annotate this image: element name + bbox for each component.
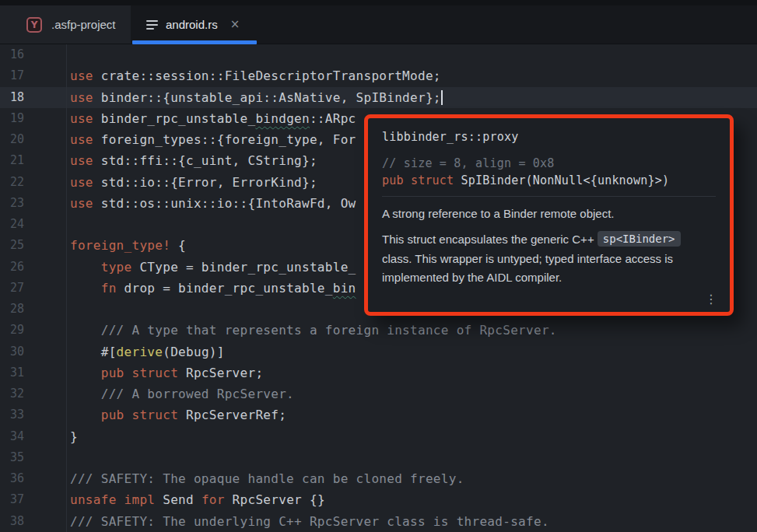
popup-description-2: This struct encapsulates the generic C++… [382, 230, 716, 288]
code-token: CType = binder_rpc_unstable_ [131, 260, 356, 275]
code-token: RpcServerRef; [178, 408, 286, 422]
code-line-33[interactable]: 33 pub struct RpcServerRef; [0, 404, 757, 425]
line-number: 17 [0, 65, 67, 86]
code-token: foreign_types::{foreign_type, For [93, 132, 356, 147]
vertical-ellipsis-icon: ⋮ [705, 292, 717, 306]
file-tab-label: android.rs [166, 18, 218, 31]
code-text: use binder::{unstable_api::AsNative, SpI… [67, 87, 757, 108]
code-token: RpcServer; [178, 366, 263, 380]
code-line-35[interactable]: 35 [0, 447, 757, 468]
code-token: /// A borrowed RpcServer. [70, 387, 294, 401]
popup-module-path: libbinder_rs::proxy [382, 128, 716, 145]
code-token: use [70, 132, 93, 147]
code-text: pub struct RpcServer; [67, 362, 757, 383]
code-line-29[interactable]: 29 /// A type that represents a foreign … [0, 320, 757, 341]
code-text: pub struct RpcServerRef; [67, 404, 757, 425]
hover-doc-content: libbinder_rs::proxy // size = 8, align =… [368, 118, 730, 312]
code-token: use [70, 68, 93, 83]
code-token: use [70, 175, 93, 190]
popup-signature-block: // size = 8, align = 0x8 pub struct SpIB… [382, 155, 716, 189]
editor-window: Y .asfp-project android.rs × 1617use cra… [0, 0, 757, 532]
code-token: Send [155, 492, 202, 507]
code-text: #[derive(Debug)] [67, 341, 757, 362]
project-logo-icon: Y [26, 17, 42, 33]
line-number: 37 [0, 489, 67, 510]
line-number: 24 [0, 214, 67, 235]
code-token: std::ffi::{c_uint, CString}; [93, 153, 317, 168]
line-number: 38 [0, 511, 67, 532]
tab-close-button[interactable]: × [230, 19, 240, 30]
code-token: /// SAFETY: The underlying C++ RpcServer… [70, 514, 549, 529]
code-token: binder::{unstable_api::AsNative, SpIBind… [93, 90, 441, 105]
code-token: } [70, 429, 78, 444]
line-number: 20 [0, 129, 67, 150]
signature-token: SpIBinder(NonNull<{unknown}>) [454, 173, 669, 187]
line-number: 29 [0, 320, 67, 341]
code-token: bin [333, 281, 356, 296]
line-number: 21 [0, 150, 67, 171]
popup-divider [382, 196, 716, 197]
code-line-37[interactable]: 37unsafe impl Send for RpcServer {} [0, 489, 757, 510]
code-token: use [70, 111, 93, 126]
code-token [70, 281, 101, 296]
code-line-38[interactable]: 38/// SAFETY: The underlying C++ RpcServ… [0, 511, 757, 532]
code-text: /// A type that represents a foreign ins… [67, 320, 757, 341]
project-tab[interactable]: Y .asfp-project [0, 5, 131, 44]
code-token: #[ [70, 345, 117, 359]
code-token: /// SAFETY: The opaque handle can be clo… [70, 471, 464, 486]
code-text [67, 447, 757, 468]
code-token: foreign_type! [70, 238, 170, 253]
signature-token: pub struct [382, 173, 454, 187]
line-number: 33 [0, 404, 67, 425]
code-token: unsafe impl [70, 492, 155, 507]
code-text: /// A borrowed RpcServer. [67, 383, 757, 404]
code-token: type [101, 260, 132, 275]
line-number: 18 [0, 87, 67, 108]
project-tab-label: .asfp-project [51, 18, 116, 31]
line-number: 35 [0, 447, 67, 468]
code-line-36[interactable]: 36/// SAFETY: The opaque handle can be c… [0, 468, 757, 489]
code-token: crate::session::FileDescriptorTransportM… [93, 68, 441, 83]
code-token: pub struct [101, 408, 178, 422]
line-number: 19 [0, 108, 67, 129]
line-number: 26 [0, 257, 67, 278]
code-token [70, 408, 101, 422]
code-token: fn [101, 281, 117, 296]
code-token: binder_rpc_unstable_ [93, 111, 256, 126]
inline-code-chip: sp<IBinder> [598, 231, 681, 247]
line-number: 22 [0, 172, 67, 193]
code-line-34[interactable]: 34} [0, 426, 757, 447]
code-line-16[interactable]: 16 [0, 44, 757, 65]
more-options-button[interactable]: ⋮ [702, 292, 720, 307]
tab-android-rs[interactable]: android.rs × [131, 5, 258, 44]
code-line-31[interactable]: 31 pub struct RpcServer; [0, 362, 757, 383]
code-text: } [67, 426, 757, 447]
code-token: std::io::{Error, ErrorKind}; [93, 175, 317, 190]
code-token: use [70, 153, 93, 168]
line-number: 28 [0, 299, 67, 320]
code-text: use crate::session::FileDescriptorTransp… [67, 65, 757, 86]
file-lines-icon [146, 20, 158, 30]
code-line-17[interactable]: 17use crate::session::FileDescriptorTran… [0, 65, 757, 86]
code-text: /// SAFETY: The opaque handle can be clo… [67, 468, 757, 489]
code-line-30[interactable]: 30 #[derive(Debug)] [0, 341, 757, 362]
code-text [67, 44, 757, 65]
code-token: use [70, 196, 93, 211]
code-token [70, 366, 101, 380]
line-number: 16 [0, 44, 67, 65]
text-cursor [441, 90, 443, 105]
line-number: 27 [0, 278, 67, 299]
line-number: 25 [0, 235, 67, 256]
line-number: 30 [0, 341, 67, 362]
code-editor[interactable]: 1617use crate::session::FileDescriptorTr… [0, 44, 757, 532]
code-line-32[interactable]: 32 /// A borrowed RpcServer. [0, 383, 757, 404]
line-number: 31 [0, 362, 67, 383]
code-token [70, 260, 101, 275]
code-token: use [70, 90, 93, 105]
code-token: bindgen [255, 111, 310, 126]
code-token: for [202, 492, 225, 507]
code-text: unsafe impl Send for RpcServer {} [67, 489, 757, 510]
titlebar-strip [0, 0, 757, 5]
code-line-18[interactable]: 18use binder::{unstable_api::AsNative, S… [0, 87, 757, 108]
popup-size-comment: // size = 8, align = 0x8 [382, 155, 716, 172]
